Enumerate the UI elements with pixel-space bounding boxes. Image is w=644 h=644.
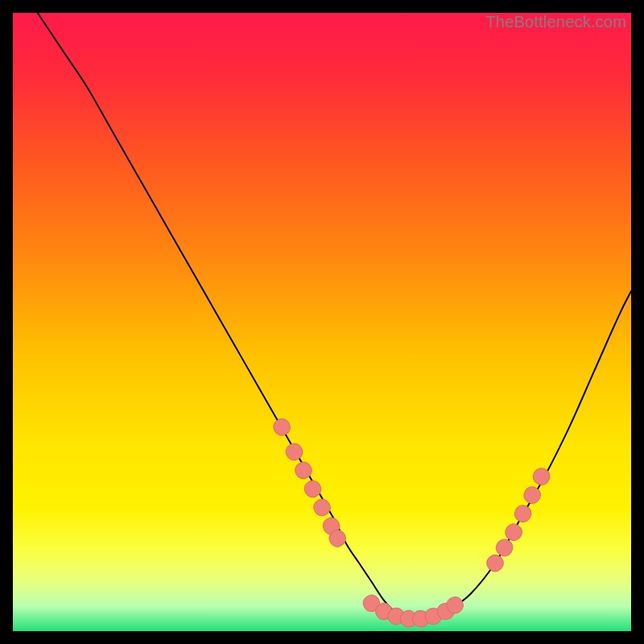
chart-frame: TheBottleneck.com [13, 13, 631, 631]
gradient-background [13, 13, 631, 631]
bottleneck-chart [13, 13, 631, 631]
watermark-text: TheBottleneck.com [485, 13, 626, 31]
